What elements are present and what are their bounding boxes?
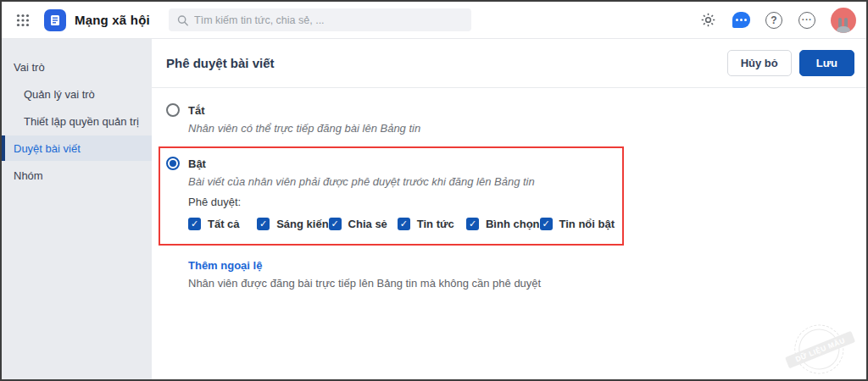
approval-settings: Tắt Nhân viên có thể trực tiếp đăng bài … xyxy=(152,88,866,290)
exception-section: Thêm ngoại lệ Nhân viên được đăng bài tr… xyxy=(188,257,853,290)
checkbox-binh-chon[interactable]: ✓ xyxy=(466,218,479,230)
checkbox-sang-kien[interactable]: ✓ xyxy=(257,218,270,230)
main-panel: Phê duyệt bài viết Hủy bỏ Lưu Tắt Nhân v… xyxy=(152,39,866,379)
sidebar: Vai trò Quản lý vai trò Thiết lập quyền … xyxy=(2,39,152,379)
highlight-red-box: Bật Bài viết của nhân viên phải được phê… xyxy=(159,146,624,246)
checkbox-tin-noi-bat[interactable]: ✓ xyxy=(540,218,553,230)
option-off-description: Nhân viên có thể trực tiếp đăng bài lên … xyxy=(188,122,853,135)
category-tin-noi-bat: ✓ Tin nổi bật xyxy=(540,218,615,230)
category-chia-se: ✓ Chia sẻ xyxy=(329,218,398,230)
category-binh-chon: ✓ Bình chọn xyxy=(466,218,540,230)
search-icon xyxy=(177,14,188,26)
search-bar[interactable] xyxy=(169,8,471,31)
app-launcher-grid-icon[interactable] xyxy=(14,11,32,30)
sidebar-item-thiet-lap-quyen[interactable]: Thiết lập quyền quản trị xyxy=(2,108,152,134)
sidebar-item-duyet-bai-viet[interactable]: Duyệt bài viết xyxy=(2,135,152,161)
topbar: Mạng xã hội ? xyxy=(2,2,866,39)
app-logo-icon[interactable] xyxy=(44,9,66,31)
cancel-button[interactable]: Hủy bỏ xyxy=(727,50,792,76)
option-on-label: Bật xyxy=(188,157,206,170)
category-sang-kien: ✓ Sáng kiến xyxy=(257,218,328,230)
chat-messenger-icon[interactable] xyxy=(732,11,750,30)
exception-description: Nhân viên được đăng bài trực tiếp lên Bả… xyxy=(188,277,853,290)
more-options-icon[interactable]: ··· xyxy=(798,11,816,30)
option-off-label: Tắt xyxy=(188,104,205,117)
app-title: Mạng xã hội xyxy=(75,13,150,27)
category-tin-tuc: ✓ Tin tức xyxy=(398,218,466,230)
user-avatar[interactable] xyxy=(831,8,856,33)
add-exception-link[interactable]: Thêm ngoại lệ xyxy=(188,259,262,272)
settings-gear-icon[interactable] xyxy=(698,11,717,30)
category-tat-ca: ✓ Tất cả xyxy=(188,218,257,230)
save-button[interactable]: Lưu xyxy=(799,50,854,76)
page-title: Phê duyệt bài viết xyxy=(166,56,275,70)
checkbox-tat-ca[interactable]: ✓ xyxy=(188,218,201,230)
radio-on[interactable] xyxy=(166,157,180,170)
checkbox-chia-se[interactable]: ✓ xyxy=(329,218,342,230)
search-input[interactable] xyxy=(194,14,463,26)
help-icon[interactable]: ? xyxy=(765,11,783,30)
option-off: Tắt Nhân viên có thể trực tiếp đăng bài … xyxy=(166,103,853,135)
sidebar-item-quan-ly-vai-tro[interactable]: Quản lý vai trò xyxy=(2,81,152,107)
checkbox-tin-tuc[interactable]: ✓ xyxy=(398,218,410,230)
category-checkbox-row: ✓ Tất cả ✓ Sáng kiến ✓ Chia sẻ ✓ xyxy=(188,218,615,230)
option-on-description: Bài viết của nhân viên phải được phê duy… xyxy=(188,175,615,188)
approve-label: Phê duyệt: xyxy=(188,196,615,208)
topbar-actions: ? ··· xyxy=(698,8,856,33)
app-window: Mạng xã hội ? xyxy=(0,0,868,381)
radio-off[interactable] xyxy=(166,103,180,117)
sidebar-item-vai-tro[interactable]: Vai trò xyxy=(2,54,152,80)
sidebar-item-nhom[interactable]: Nhóm xyxy=(2,163,152,188)
main-header: Phê duyệt bài viết Hủy bỏ Lưu xyxy=(152,39,866,88)
